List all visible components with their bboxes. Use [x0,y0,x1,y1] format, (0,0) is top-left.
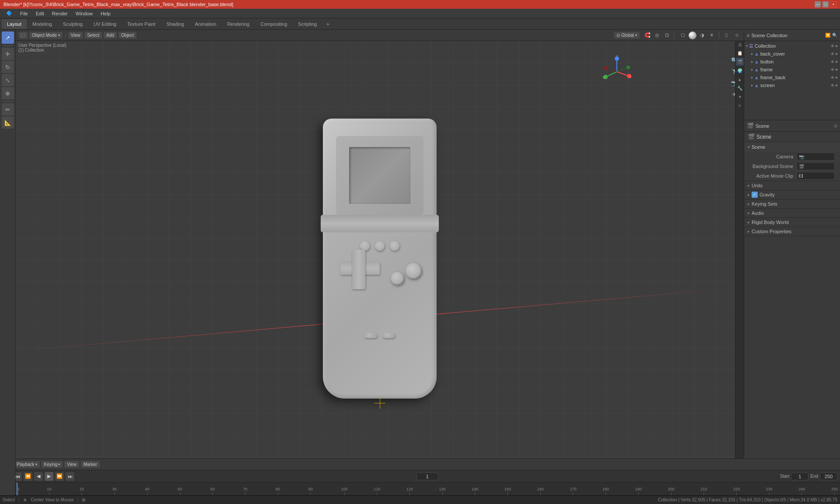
tab-animation[interactable]: Animation [190,19,222,29]
visibility-frame[interactable]: 👁 [830,67,835,72]
menu-file[interactable]: File [17,10,32,17]
scene-section-header[interactable]: ▾ Scene [744,142,840,152]
snap-button[interactable]: 🧲 [643,31,652,40]
play-reverse-button[interactable]: ◀ [34,472,43,481]
menu-edit[interactable]: Edit [32,10,48,17]
transform-pivot-button[interactable]: ⊡ [662,31,671,40]
menu-render[interactable]: Render [49,10,71,17]
visibility-btn[interactable]: 👁 [830,60,835,64]
rendered-button[interactable]: ☀ [707,31,716,40]
audio-section-header[interactable]: ▸ Audio [744,209,840,217]
scale-tool-button[interactable]: ⤡ [2,74,14,86]
select-fb[interactable]: ✦ [835,75,838,80]
movie-clip-value[interactable]: 🎞 [797,172,835,180]
tree-item-back-cover[interactable]: ▸ ▲ back_cover 👁 ✦ [744,50,840,58]
units-section-header[interactable]: ▸ Units [744,181,840,190]
select-scr[interactable]: ✦ [835,83,838,88]
view-layer-props-button[interactable]: 📋 [736,49,744,57]
tick-220: 220 [733,487,740,496]
outliner-filter-icon[interactable]: 🔽 [825,33,830,38]
object-props-button[interactable]: ▲ [736,75,744,83]
move-tool-button[interactable]: ✛ [2,48,14,60]
minimize-button[interactable]: ─ [815,1,821,7]
wireframe-button[interactable]: ⬡ [679,31,687,40]
menu-window[interactable]: Window [72,10,96,17]
tree-item-collection[interactable]: ▾ ☰ Collection 👁 ✦ [744,42,840,50]
viewport[interactable]: ⬚ Object Mode ▾ View Select Add Object ⊙… [16,30,744,504]
keying-button[interactable]: Keying ▾ [42,461,63,468]
annotate-tool-button[interactable]: ✏ [2,103,14,116]
close-button[interactable]: × [830,1,836,7]
add-button[interactable]: Add [104,32,117,38]
end-frame-field[interactable]: 250 [820,472,837,480]
camera-value[interactable]: 📷 [797,153,835,161]
keying-sets-header[interactable]: ▸ Keying Sets [744,200,840,208]
playback-button[interactable]: Playback ▾ [14,461,40,468]
output-props-button[interactable]: 🖨 [736,40,744,48]
rotate-tool-button[interactable]: ↻ [2,61,14,73]
visibility-icon[interactable]: 👁 [830,44,835,49]
tab-rendering[interactable]: Rendering [222,19,255,29]
tab-scripting[interactable]: Scripting [293,19,322,29]
select-tool-button[interactable]: ↗ [2,32,14,44]
tree-item-frame-back[interactable]: ▸ ▲ frame_back 👁 ✦ [744,74,840,81]
canvas-area[interactable]: Z X Y 🔍 🔭 📷 ✈ [16,41,744,504]
tab-uv-editing[interactable]: UV Editing [88,19,122,29]
tab-sculpting[interactable]: Sculpting [58,19,88,29]
lookdev-button[interactable]: ◑ [698,31,707,40]
tree-item-screen[interactable]: ▸ ▲ screen 👁 ✦ [744,81,840,89]
solid-button[interactable] [688,31,697,40]
visibility-fb[interactable]: 👁 [830,75,835,80]
timeline-ruler[interactable]: 1102030405060708090100110120130140150160… [0,483,840,496]
maximize-button[interactable]: □ [822,1,829,7]
marker-button[interactable]: Marker [81,461,100,468]
select-btn[interactable]: ✦ [835,60,838,64]
play-forward-button[interactable]: ▶ [45,472,53,481]
select-icon[interactable]: ✦ [835,44,838,49]
physics-props-button[interactable]: ⚛ [736,102,744,109]
global-local-button[interactable]: ⊙ Global ▾ [614,32,640,38]
orientation-gizmo[interactable]: Z X Y [599,54,634,89]
view-tl-button[interactable]: View [64,461,79,468]
step-forward-button[interactable]: ⏩ [55,472,64,481]
menu-help[interactable]: Help [97,10,114,17]
tab-modeling[interactable]: Modeling [27,19,57,29]
gravity-section-header[interactable]: ▸ ✓ Gravity [744,190,840,199]
select-button[interactable]: Select [84,32,102,38]
add-workspace-button[interactable]: + [322,19,333,29]
prop-options-icon[interactable]: ⊙ [834,123,837,128]
tab-shading[interactable]: Shading [161,19,189,29]
overlays-button[interactable]: ⬯ [722,31,731,40]
step-back-button[interactable]: ⏪ [24,472,32,481]
menu-blender[interactable]: 🔷 [3,10,16,17]
custom-props-header[interactable]: ▸ Custom Properties [744,227,840,236]
tree-item-frame[interactable]: ▸ ▲ frame 👁 ✦ [744,66,840,74]
gravity-checkbox[interactable]: ✓ [752,192,758,198]
outliner-search-icon[interactable]: 🔍 [832,33,837,38]
scene-props-button[interactable]: 🎬 [736,58,744,66]
visibility-bc[interactable]: 👁 [830,52,835,56]
modifier-props-button[interactable]: 🔧 [736,84,744,92]
tree-item-button[interactable]: ▸ ▲ button 👁 ✦ [744,58,840,66]
select-bc[interactable]: ✦ [835,52,838,56]
tab-compositing[interactable]: Compositing [255,19,292,29]
proportional-edit-button[interactable]: ◎ [653,31,662,40]
current-frame-field[interactable]: 1 [416,472,438,480]
jump-end-button[interactable]: ⏭ [66,472,74,481]
measure-tool-button[interactable]: 📐 [2,116,14,129]
gizmos-button[interactable]: ⊹ [732,31,741,40]
tab-layout[interactable]: Layout [2,19,27,29]
transform-tool-button[interactable]: ⊕ [2,87,14,99]
view-button[interactable]: View [68,32,83,38]
world-props-button[interactable]: 🌍 [736,66,744,74]
tab-texture-paint[interactable]: Texture Paint [122,19,161,29]
object-button[interactable]: Object [119,32,136,38]
background-scene-value[interactable]: 🎬 [797,162,835,170]
rigid-body-world-header[interactable]: ▸ Rigid Body World [744,218,840,227]
select-frame[interactable]: ✦ [835,67,838,72]
start-frame-field[interactable]: 1 [791,472,808,480]
object-mode-button[interactable]: Object Mode ▾ [29,32,63,38]
visibility-scr[interactable]: 👁 [830,83,835,88]
editor-type-button[interactable]: ⬚ [18,32,28,38]
particles-props-button[interactable]: ✦ [736,93,744,101]
